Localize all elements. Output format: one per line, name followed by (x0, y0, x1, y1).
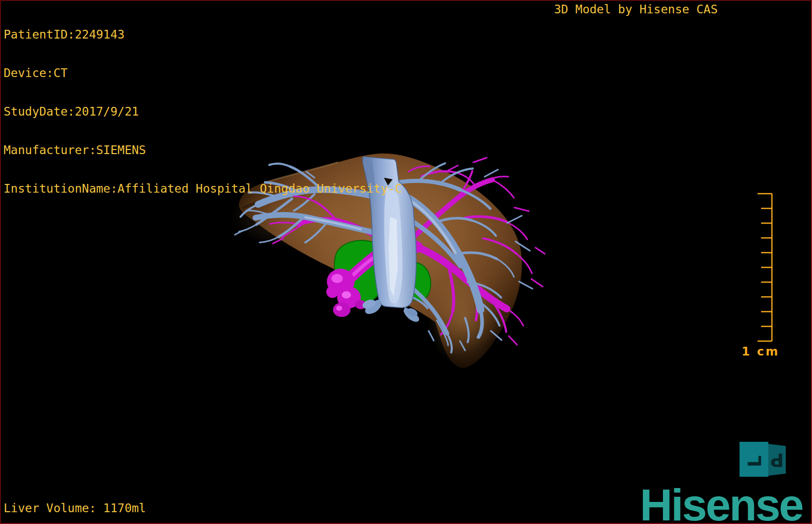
institution-line: InstitutionName:Affiliated Hospital Qing… (4, 182, 402, 195)
liver-volume-readout: Liver Volume: 1170ml (4, 502, 146, 515)
scale-ruler: 1 cm (737, 187, 799, 362)
patient-id-line: PatientID:2249143 (4, 28, 402, 41)
scale-ruler-ticks (758, 194, 772, 341)
scale-ruler-label: 1 cm (742, 345, 780, 358)
manufacturer-line: Manufacturer:SIEMENS (4, 144, 402, 157)
patient-info-overlay: PatientID:2249143 Device:CT StudyDate:20… (4, 3, 402, 221)
cube-side-letter: P (770, 450, 784, 471)
cube-front-letter: L (744, 456, 765, 467)
orientation-cube[interactable]: L P (736, 439, 792, 480)
study-date-line: StudyDate:2017/9/21 (4, 105, 402, 118)
device-line: Device:CT (4, 67, 402, 80)
hisense-logo: Hisense (640, 479, 803, 524)
viewer-screen: PatientID:2249143 Device:CT StudyDate:20… (0, 0, 812, 524)
model-title: 3D Model by Hisense CAS (554, 3, 718, 16)
